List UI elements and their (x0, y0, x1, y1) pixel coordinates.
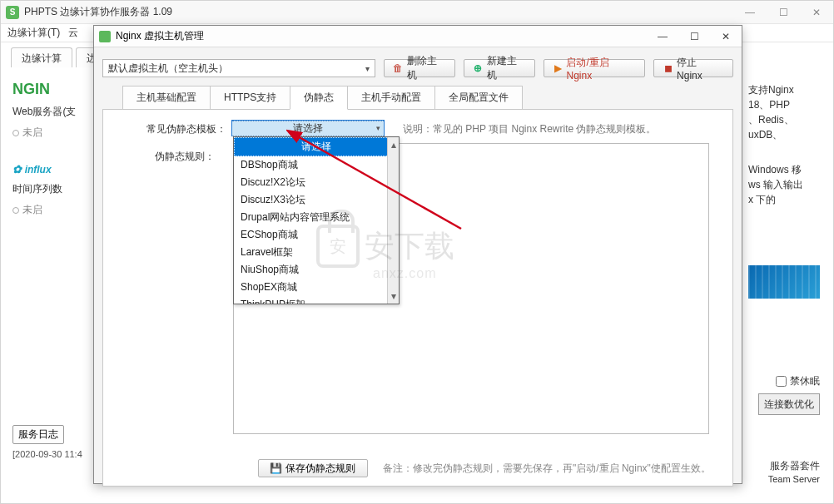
menu-edge-compute[interactable]: 边缘计算(T) (7, 26, 60, 40)
restart-nginx-button[interactable]: ▶启动/重启 Nginx (544, 59, 646, 77)
conn-optimize-button[interactable]: 连接数优化 (758, 393, 820, 415)
dropdown-item-thinkphp[interactable]: ThinkPHP框架 (234, 296, 399, 304)
chevron-down-icon: ▾ (365, 64, 370, 73)
status-dot-icon (12, 130, 19, 136)
dropdown-item-ecshop[interactable]: ECShop商城 (234, 226, 399, 244)
tab-rewrite[interactable]: 伪静态 (290, 86, 348, 110)
template-label: 常见伪静态模板： (115, 120, 231, 136)
trash-icon: 🗑 (393, 63, 404, 74)
app-logo-icon: S (6, 6, 19, 19)
delete-host-button[interactable]: 🗑删除主机 (384, 59, 455, 77)
web-server-label: Web服务器(支 (12, 105, 96, 119)
menu-cloud[interactable]: 云 (68, 26, 78, 40)
influx-status: 未启 (12, 203, 96, 217)
tab-manual-config[interactable]: 主机手动配置 (347, 86, 435, 110)
dropdown-scrollbar[interactable]: ▴▾ (387, 137, 399, 304)
nginx-logo: NGIN (12, 81, 96, 98)
dropdown-item-discuz-x2[interactable]: Discuz!X2论坛 (234, 174, 399, 191)
dialog-title: Nginx 虚拟主机管理 (116, 29, 204, 43)
dialog-close-button[interactable]: ✕ (710, 26, 742, 47)
log-timestamp: [2020-09-30 11:4 (12, 449, 92, 459)
close-button[interactable]: ✕ (800, 1, 833, 24)
circuit-image (748, 265, 820, 299)
dialog-minimize-button[interactable]: — (647, 26, 678, 47)
dialog-toolbar: 默认虚拟主机（空主机头） ▾ 🗑删除主机 ⊕新建主机 ▶启动/重启 Nginx … (102, 56, 733, 81)
template-combobox[interactable]: 请选择 ▾ (231, 120, 385, 136)
dropdown-item-niushop[interactable]: NiuShop商城 (234, 261, 399, 279)
team-server-label: Team Server (768, 472, 820, 487)
dropdown-item-drupal[interactable]: Drupal网站内容管理系统 (234, 209, 399, 226)
main-titlebar: S PHPTS 边缘计算协作服务器 1.09 — ☐ ✕ (1, 1, 833, 24)
maximize-button[interactable]: ☐ (767, 1, 800, 24)
dialog-titlebar: Nginx 虚拟主机管理 — ☐ ✕ (94, 26, 742, 47)
tab-edge-compute[interactable]: 边缘计算 (11, 47, 72, 67)
tab-https[interactable]: HTTPS支持 (210, 86, 290, 110)
dialog-tabstrip: 主机基础配置 HTTPS支持 伪静态 主机手动配置 全局配置文件 (122, 86, 733, 110)
save-note: 备注：修改完伪静态规则，需要先保存，再"启动/重启 Nginx"使配置生效。 (383, 462, 711, 476)
new-host-button[interactable]: ⊕新建主机 (464, 59, 535, 77)
log-title[interactable]: 服务日志 (12, 425, 64, 444)
template-hint: 说明：常见的 PHP 项目 Nginx Rewrite 伪静态规则模板。 (403, 120, 656, 136)
play-circle-icon: ▶ (553, 63, 563, 74)
dropdown-item-dbshop[interactable]: DBShop商城 (234, 156, 399, 174)
nginx-vhost-dialog: Nginx 虚拟主机管理 — ☐ ✕ 默认虚拟主机（空主机头） ▾ 🗑删除主机 … (93, 25, 742, 484)
dropdown-item-laravel[interactable]: Laravel框架 (234, 244, 399, 261)
log-panel: 服务日志 [2020-09-30 11:4 (12, 425, 92, 459)
rules-label: 伪静态规则： (103, 150, 220, 164)
hibernate-checkbox[interactable]: 禁休眠 (748, 373, 820, 388)
minimize-button[interactable]: — (733, 1, 767, 24)
stop-nginx-button[interactable]: ◼停止 Nginx (653, 59, 733, 77)
tab-basic-config[interactable]: 主机基础配置 (122, 86, 211, 110)
main-window-title: PHPTS 边缘计算协作服务器 1.09 (24, 5, 172, 19)
tab-global-config[interactable]: 全局配置文件 (434, 86, 523, 110)
dropdown-item-please-select[interactable]: 请选择 (234, 137, 399, 156)
dialog-body: 常见伪静态模板： 请选择 ▾ 说明：常见的 PHP 项目 Nginx Rewri… (102, 109, 733, 487)
nginx-status: 未启 (12, 126, 96, 140)
dialog-maximize-button[interactable]: ☐ (678, 26, 710, 47)
stop-circle-icon: ◼ (663, 63, 673, 74)
timeseries-label: 时间序列数 (12, 182, 96, 196)
right-info-panel: 支持Nginx 18、PHP 、Redis、 uxDB、 Windows 移 w… (748, 82, 820, 415)
dropdown-item-discuz-x3[interactable]: Discuz!X3论坛 (234, 191, 399, 209)
influx-logo: ✿ influx (12, 163, 96, 175)
floppy-icon: 💾 (271, 463, 281, 474)
dialog-logo-icon (99, 31, 111, 42)
status-dot-icon (12, 207, 19, 214)
template-dropdown: 请选择 DBShop商城 Discuz!X2论坛 Discuz!X3论坛 Dru… (233, 136, 400, 304)
vhost-select[interactable]: 默认虚拟主机（空主机头） ▾ (102, 59, 375, 77)
left-panel: NGIN Web服务器(支 未启 ✿ influx 时间序列数 未启 (12, 81, 96, 217)
save-rules-button[interactable]: 💾保存伪静态规则 (258, 459, 368, 477)
dialog-bottom-row: 💾保存伪静态规则 备注：修改完伪静态规则，需要先保存，再"启动/重启 Nginx… (103, 457, 732, 479)
dropdown-item-shopex[interactable]: ShopEX商城 (234, 279, 399, 296)
plus-circle-icon: ⊕ (473, 63, 484, 74)
chevron-down-icon: ▾ (376, 124, 380, 132)
